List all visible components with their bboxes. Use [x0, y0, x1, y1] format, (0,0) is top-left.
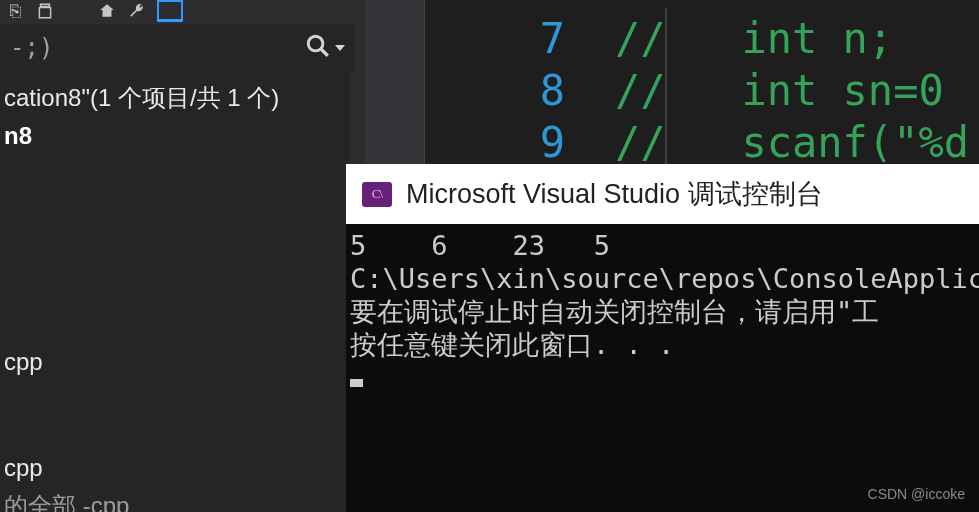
console-cursor: [350, 379, 363, 387]
line-number: 9: [425, 117, 565, 165]
editor-guide-line: [665, 8, 667, 165]
file-node-cpp-1[interactable]: cpp: [0, 344, 350, 380]
console-line: 要在调试停止时自动关闭控制台，请启用"工: [350, 296, 879, 327]
line-number: 8: [425, 65, 565, 117]
editor-margin: [365, 0, 425, 165]
toolbar: ⎘: [0, 0, 355, 22]
console-line: 按任意键关闭此窗口. . .: [350, 329, 674, 360]
solution-explorer: cation8"(1 个项目/共 1 个) n8 cpp cpp 的全部 -cp…: [0, 72, 350, 512]
search-box[interactable]: -;): [0, 24, 355, 72]
console-app-icon: C\: [362, 182, 392, 207]
console-output[interactable]: 5 6 23 5 C:\Users\xin\source\repos\Conso…: [346, 224, 979, 512]
search-dropdown-icon[interactable]: [335, 45, 345, 51]
project-node[interactable]: n8: [0, 118, 350, 154]
code-line: // int n;: [615, 13, 979, 65]
code-line: // int sn=0: [615, 65, 979, 117]
home-icon[interactable]: [97, 1, 117, 21]
console-line: 5 6 23 5: [350, 230, 610, 261]
svg-point-0: [308, 36, 323, 51]
console-title: Microsoft Visual Studio 调试控制台: [406, 176, 823, 212]
code-line: // scanf("%d: [615, 117, 979, 165]
line-number: 7: [425, 13, 565, 65]
wrench-icon[interactable]: [127, 1, 147, 21]
toolbar-copy-icon[interactable]: [35, 1, 55, 21]
code-body[interactable]: // int n;// int sn=0// scanf("%d: [615, 0, 979, 165]
search-icon[interactable]: [305, 33, 331, 63]
console-line: C:\Users\xin\source\repos\ConsoleApplica: [350, 263, 979, 294]
watermark: CSDN @iccoke: [868, 486, 965, 502]
file-node-cpp-2[interactable]: cpp: [0, 450, 350, 486]
svg-line-1: [321, 49, 328, 56]
search-input-text: -;): [10, 34, 305, 62]
file-node-hidden[interactable]: 的全部 -cpp: [0, 486, 350, 512]
toolbar-glyph-icon[interactable]: ⎘: [5, 1, 25, 21]
code-editor[interactable]: 7 8 9 // int n;// int sn=0// scanf("%d: [365, 0, 979, 165]
console-title-bar[interactable]: C\ Microsoft Visual Studio 调试控制台: [346, 164, 979, 224]
selected-tool-icon[interactable]: [157, 0, 183, 22]
line-number-gutter: 7 8 9: [425, 0, 615, 165]
solution-node[interactable]: cation8"(1 个项目/共 1 个): [0, 78, 350, 118]
